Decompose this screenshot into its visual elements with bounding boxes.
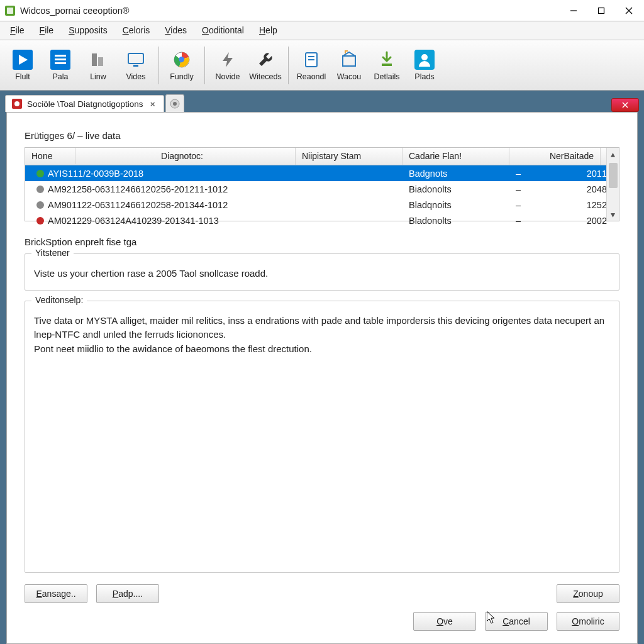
menu-item[interactable]: Vides: [157, 21, 194, 40]
row-flan: Biadonolts: [402, 184, 509, 194]
document-tabbar: Sociöle \Toal Diatgnotigoptions ×: [0, 91, 644, 112]
row-sep: –: [509, 200, 522, 210]
svg-rect-20: [343, 56, 355, 66]
row-id: AYIS111/2-0039B-2018: [48, 169, 143, 179]
omoliric-button[interactable]: Omoliric: [557, 612, 619, 631]
toolbar-label: Pala: [52, 72, 68, 81]
panel-close-button[interactable]: [611, 98, 639, 112]
scroll-thumb[interactable]: [609, 163, 618, 188]
toolbar-wacou-button[interactable]: Wacou: [330, 43, 368, 87]
toolbar-detlails-button[interactable]: Detlails: [368, 43, 406, 87]
row-sep: –: [509, 216, 522, 226]
document-tab[interactable]: Sociöle \Toal Diatgnotigoptions ×: [5, 95, 164, 112]
col-header-stam[interactable]: Niipistary Stam: [296, 148, 402, 165]
toolbar-label: Vides: [126, 72, 145, 81]
svg-point-25: [14, 101, 19, 106]
svg-rect-1: [7, 8, 13, 14]
box-icon: [339, 50, 359, 70]
toolbar-plads-button[interactable]: Plads: [406, 43, 443, 87]
menu-item[interactable]: Celoris: [115, 21, 158, 40]
toolbar-label: Witeceds: [249, 72, 281, 81]
toolbar-pala-button[interactable]: Pala: [42, 43, 79, 87]
table-row[interactable]: AYIS111/2-0039B-2018Badgnots–2011: [25, 165, 619, 181]
row-sep: –: [509, 184, 522, 194]
toolbar-fundly-button[interactable]: Fundly: [163, 43, 201, 87]
eansage-button[interactable]: Eansage..: [25, 584, 87, 603]
svg-rect-12: [98, 57, 103, 66]
fieldset-text: Tive data or MYSTA alliget, maider mil r…: [34, 314, 610, 357]
padp-button[interactable]: Padp....: [96, 584, 159, 603]
col-header-diagnotoc[interactable]: Diagnotoc:: [75, 151, 289, 161]
zonoup-button[interactable]: Zonoup: [557, 584, 619, 603]
table-scrollbar[interactable]: ▴ ▾: [606, 148, 619, 221]
table-row[interactable]: AM921258-063112466120256-201211-1012Biad…: [25, 181, 619, 197]
close-button[interactable]: [615, 1, 643, 20]
action-button-row: Eansage.. Padp.... Zonoup: [25, 584, 619, 603]
tab-close-button[interactable]: ×: [148, 99, 157, 109]
fieldset-yitstener: Yitstener Viste us your chertion rase a …: [25, 253, 619, 291]
svg-point-31: [36, 186, 44, 193]
row-flan: Bladqnoits: [402, 200, 509, 210]
scroll-down-icon[interactable]: ▾: [607, 208, 619, 221]
toolbar-witeceds-button[interactable]: Witeceds: [247, 43, 284, 87]
col-header-hone[interactable]: Hone: [25, 148, 75, 164]
row-status-icon: [35, 169, 45, 179]
table-header: Hone Diagnotoc: Niipistary Stam Cadarie …: [25, 148, 619, 165]
window-title: Widcos_pornai ceeoption®: [20, 6, 560, 16]
menu-item[interactable]: File: [32, 21, 62, 40]
table-row[interactable]: AM021229-063124A410239-201341-1013Bladon…: [25, 213, 619, 228]
document-area: Sociöle \Toal Diatgnotigoptions × Erütig…: [0, 91, 644, 644]
row-bade: 2011: [522, 169, 613, 179]
row-status-icon: [35, 216, 45, 226]
menu-item[interactable]: Ooditiontal: [194, 21, 252, 40]
main-panel: Erütigges 6/ – live data Hone Diagnotoc:…: [6, 112, 638, 644]
toolbar-vides-button[interactable]: Vides: [117, 43, 155, 87]
toolbar-label: Reaondl: [297, 72, 326, 81]
row-flan: Badgnots: [402, 169, 509, 179]
svg-rect-11: [92, 53, 97, 66]
row-id: AM021229-063124A410239-201341-1013: [48, 216, 219, 226]
app-icon: [5, 6, 15, 16]
svg-rect-21: [382, 64, 392, 66]
svg-point-30: [36, 170, 44, 177]
table-heading: Erütigges 6/ – live data: [25, 130, 619, 141]
table-row[interactable]: AM901122-063112466120258-201344-1012Blad…: [25, 197, 619, 213]
fieldset-legend: Veditonselp:: [31, 295, 87, 305]
menubar: FileFileSuppositsCelorisVidesOoditiontal…: [0, 21, 644, 40]
cancel-button[interactable]: Cancel: [485, 612, 548, 631]
toolbar-label: Novide: [216, 72, 240, 81]
col-header-bade[interactable]: NerBaitade: [509, 148, 601, 165]
col-header-flan[interactable]: Cadarie Flan!: [402, 148, 509, 165]
tab-label: Sociöle \Toal Diatgnotigoptions: [27, 99, 143, 109]
menu-item[interactable]: Supposits: [61, 21, 115, 40]
toolbar-linw-button[interactable]: Linw: [79, 43, 117, 87]
col-header-hone-diag[interactable]: Hone Diagnotoc:: [25, 148, 296, 165]
menu-item[interactable]: Help: [252, 21, 285, 40]
maximize-button[interactable]: [587, 1, 615, 20]
ove-button[interactable]: Ove: [413, 612, 476, 631]
row-sep: –: [509, 169, 522, 179]
toolbar-separator: [158, 47, 159, 84]
row-status-icon: [35, 200, 45, 210]
toolbar-novide-button[interactable]: Novide: [209, 43, 247, 87]
bolt-icon: [218, 50, 238, 70]
play-icon: [13, 50, 33, 70]
svg-point-32: [36, 201, 44, 209]
info-tab-button[interactable]: [165, 94, 184, 112]
minimize-button[interactable]: [560, 1, 587, 20]
svg-rect-10: [55, 62, 66, 64]
svg-point-23: [421, 54, 428, 60]
toolbar-label: Plads: [414, 72, 434, 81]
toolbar-label: Wacou: [337, 72, 361, 81]
scroll-up-icon[interactable]: ▴: [607, 148, 619, 160]
toolbar-reaondl-button[interactable]: Reaondl: [292, 43, 330, 87]
menu-item[interactable]: File: [3, 21, 32, 40]
toolbar-flult-button[interactable]: Flult: [4, 43, 42, 87]
svg-rect-9: [55, 58, 66, 60]
chrome-icon: [172, 50, 192, 70]
svg-point-27: [173, 102, 177, 106]
row-status-icon: [35, 184, 45, 194]
titlebar: Widcos_pornai ceeoption®: [0, 0, 644, 21]
fieldset-veditonselp: Veditonselp: Tive data or MYSTA alliget,…: [25, 301, 619, 574]
svg-rect-3: [599, 8, 604, 13]
